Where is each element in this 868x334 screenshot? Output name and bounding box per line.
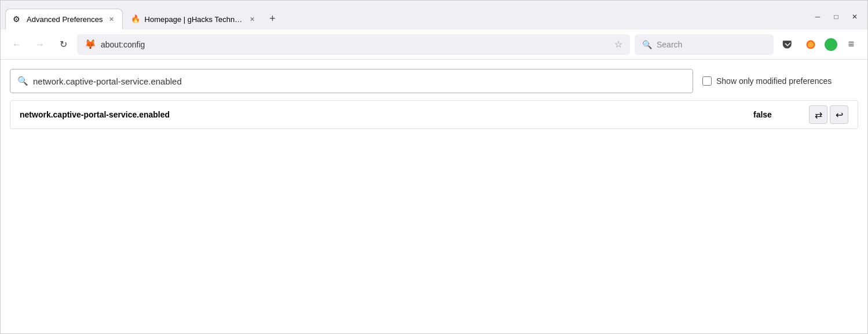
tab-label: Advanced Preferences bbox=[27, 15, 103, 24]
close-tab-icon[interactable]: ✕ bbox=[248, 14, 256, 24]
forward-button[interactable]: → bbox=[31, 35, 49, 54]
search-placeholder-text: Search bbox=[657, 40, 682, 49]
toggle-preference-button[interactable]: ⇄ bbox=[809, 105, 827, 124]
window-controls: ─ □ ✕ bbox=[810, 9, 863, 30]
preference-name: network.captive-portal-service.enabled bbox=[20, 110, 744, 119]
profile-avatar[interactable] bbox=[825, 38, 837, 51]
preference-actions: ⇄ ↩ bbox=[809, 105, 848, 124]
modified-preferences-label[interactable]: Show only modified preferences bbox=[702, 76, 832, 86]
close-window-button[interactable]: ✕ bbox=[847, 9, 863, 25]
preference-search-wrap[interactable]: 🔍 bbox=[10, 69, 693, 93]
reset-preference-button[interactable]: ↩ bbox=[830, 105, 848, 124]
tab-advanced-preferences[interactable]: ⚙ Advanced Preferences ✕ bbox=[5, 9, 123, 30]
address-bar[interactable]: 🦊 about:config ☆ bbox=[77, 34, 630, 55]
firefox-flame-icon: 🔥 bbox=[131, 14, 140, 24]
search-icon: 🔍 bbox=[642, 40, 652, 49]
firefox-logo-icon: 🦊 bbox=[85, 39, 96, 50]
svg-point-1 bbox=[808, 41, 814, 47]
reload-button[interactable]: ↻ bbox=[54, 35, 72, 54]
address-text: about:config bbox=[101, 40, 610, 49]
hamburger-icon: ≡ bbox=[848, 38, 855, 50]
content-area: 🔍 Show only modified preferences network… bbox=[1, 60, 867, 333]
close-tab-icon[interactable]: ✕ bbox=[108, 14, 115, 24]
maximize-button[interactable]: □ bbox=[828, 9, 844, 25]
tab-ghacks[interactable]: 🔥 Homepage | gHacks Technolog ✕ bbox=[124, 9, 263, 30]
menu-button[interactable]: ≡ bbox=[842, 35, 860, 54]
browser-window: ⚙ Advanced Preferences ✕ 🔥 Homepage | gH… bbox=[0, 0, 868, 334]
preference-value: false bbox=[753, 110, 800, 119]
firefox-account-icon[interactable] bbox=[801, 35, 820, 54]
pocket-icon[interactable] bbox=[778, 35, 797, 54]
preference-row: network.captive-portal-service.enabled f… bbox=[10, 100, 858, 129]
new-tab-button[interactable]: + bbox=[264, 10, 281, 27]
modified-preferences-text: Show only modified preferences bbox=[716, 76, 832, 86]
tab-label: Homepage | gHacks Technolog bbox=[145, 15, 244, 24]
preference-search-input[interactable] bbox=[33, 76, 686, 86]
minimize-button[interactable]: ─ bbox=[810, 9, 826, 25]
pref-search-icon: 🔍 bbox=[17, 76, 28, 86]
bookmark-star-icon[interactable]: ☆ bbox=[614, 39, 622, 50]
browser-search-bar[interactable]: 🔍 Search bbox=[635, 34, 774, 55]
back-button[interactable]: ← bbox=[8, 35, 26, 54]
gear-icon: ⚙ bbox=[13, 14, 22, 24]
search-row: 🔍 Show only modified preferences bbox=[10, 69, 858, 93]
modified-preferences-checkbox[interactable] bbox=[702, 76, 712, 86]
nav-bar: ← → ↻ 🦊 about:config ☆ 🔍 Search ≡ bbox=[1, 30, 867, 60]
tabs-bar: ⚙ Advanced Preferences ✕ 🔥 Homepage | gH… bbox=[1, 1, 867, 30]
